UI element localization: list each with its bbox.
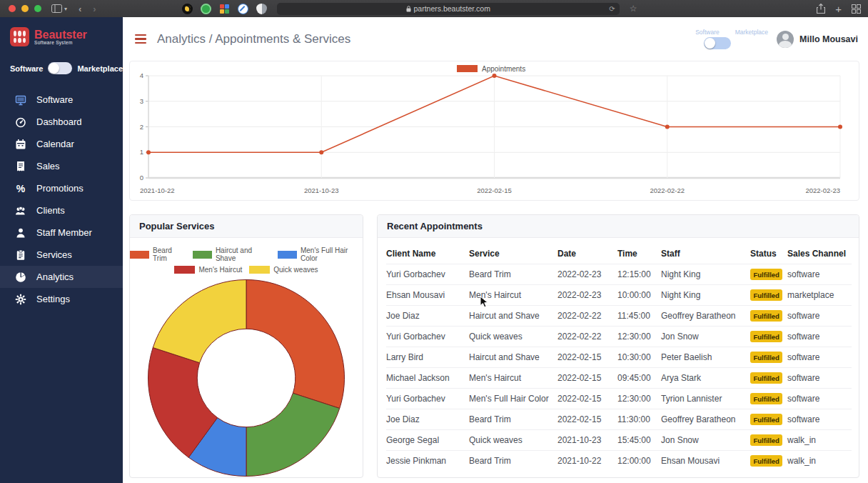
sidebar-item-clients[interactable]: Clients bbox=[0, 199, 123, 221]
status-cell: Fulfilled bbox=[750, 306, 787, 327]
table-row[interactable]: George SegalQuick weaves2021-10-2315:45:… bbox=[386, 430, 852, 451]
hamburger-menu-icon[interactable] bbox=[135, 34, 146, 44]
grid-extension-icon[interactable] bbox=[219, 4, 230, 14]
table-row[interactable]: Ehsan MousaviMen's Haircut2022-02-2310:0… bbox=[386, 285, 852, 306]
dark-mode-extension-icon[interactable] bbox=[182, 4, 193, 14]
channel-cell: software bbox=[787, 306, 852, 327]
date-cell: 2021-10-23 bbox=[557, 430, 617, 451]
table-row[interactable]: Yuri GorbachevMen's Full Hair Color2022-… bbox=[386, 389, 852, 409]
table-row[interactable]: Jessie PinkmanBeard Trim2021-10-2212:00:… bbox=[386, 451, 852, 472]
table-row[interactable]: Larry BirdHaircut and Shave2022-02-1510:… bbox=[386, 347, 852, 368]
column-header-client-name: Client Name bbox=[386, 245, 469, 264]
channel-cell: software bbox=[787, 389, 852, 409]
legend-item-beard-trim: Beard Trim bbox=[130, 247, 186, 262]
bookmark-star-icon[interactable]: ☆ bbox=[630, 4, 637, 14]
status-badge: Fulfilled bbox=[750, 289, 782, 301]
status-badge: Fulfilled bbox=[750, 269, 782, 280]
green-extension-icon[interactable] bbox=[201, 4, 211, 14]
service-cell: Beard Trim bbox=[469, 264, 557, 285]
tab-overview-icon[interactable] bbox=[852, 4, 861, 14]
blue-extension-icon[interactable] bbox=[238, 4, 248, 14]
svg-text:2022-02-15: 2022-02-15 bbox=[477, 186, 512, 194]
sidebar-item-label: Analytics bbox=[36, 272, 74, 282]
zoom-window-button[interactable] bbox=[34, 5, 41, 12]
address-bar[interactable]: partners.beautster.com ⟳ bbox=[277, 3, 620, 15]
staff-cell: Night King bbox=[661, 264, 750, 285]
sidebar-toggle-marketplace-label: Marketplace bbox=[77, 64, 123, 73]
staff-cell: Peter Baelish bbox=[661, 347, 750, 368]
sidebar-nav: SoftwareDashboardCalendarSales%Promotion… bbox=[0, 89, 123, 310]
header-mode-toggle[interactable] bbox=[704, 37, 731, 49]
sidebar-item-settings[interactable]: Settings bbox=[0, 288, 123, 310]
legend-swatch bbox=[130, 251, 149, 259]
date-cell: 2022-02-22 bbox=[557, 327, 617, 347]
table-row[interactable]: Michael JacksonMen's Haircut2022-02-1509… bbox=[386, 368, 852, 389]
appointments-line-chart: Appointments012342021-10-222021-10-23202… bbox=[130, 61, 859, 203]
recent-appointments-title: Recent Appointments bbox=[378, 215, 859, 238]
shield-extension-icon[interactable] bbox=[256, 4, 267, 14]
date-cell: 2022-02-23 bbox=[557, 285, 617, 306]
sidebar-toggle-icon[interactable]: ▾ bbox=[51, 4, 67, 13]
minimize-window-button[interactable] bbox=[21, 5, 29, 12]
sidebar-item-promotions[interactable]: %Promotions bbox=[0, 177, 123, 199]
sidebar-mode-toggle[interactable] bbox=[48, 62, 72, 74]
brand-name: Beautster bbox=[34, 29, 87, 40]
header-toggle-software-label: Software bbox=[695, 29, 720, 36]
status-cell: Fulfilled bbox=[750, 327, 787, 347]
sidebar-item-services[interactable]: Services bbox=[0, 244, 123, 266]
legend-swatch bbox=[193, 251, 212, 259]
sidebar-item-calendar[interactable]: Calendar bbox=[0, 133, 123, 155]
sidebar: Beautster Software System Software Marke… bbox=[0, 17, 123, 483]
brand[interactable]: Beautster Software System bbox=[0, 17, 123, 46]
date-cell: 2022-02-15 bbox=[557, 347, 617, 368]
sidebar-item-sales[interactable]: Sales bbox=[0, 155, 123, 177]
share-icon[interactable] bbox=[817, 4, 825, 14]
new-tab-icon[interactable]: + bbox=[835, 3, 842, 15]
status-cell: Fulfilled bbox=[750, 347, 787, 368]
back-button[interactable]: ‹ bbox=[79, 4, 81, 14]
popular-services-donut-chart bbox=[130, 279, 363, 477]
close-window-button[interactable] bbox=[9, 5, 16, 12]
legend-swatch bbox=[249, 266, 270, 274]
channel-cell: software bbox=[787, 368, 852, 389]
forward-button[interactable]: › bbox=[93, 4, 96, 14]
status-badge: Fulfilled bbox=[750, 352, 782, 363]
channel-cell: software bbox=[787, 409, 852, 430]
client-cell: Ehsan Mousavi bbox=[386, 285, 469, 306]
svg-text:1: 1 bbox=[140, 148, 143, 156]
donut-legend-row: Men's HaircutQuick weaves bbox=[174, 266, 318, 274]
clipboard-icon bbox=[14, 249, 26, 261]
user-menu[interactable]: Millo Mousavi bbox=[777, 31, 858, 48]
table-row[interactable]: Joe DiazHaircut and Shave2022-02-2211:45… bbox=[386, 306, 852, 327]
appointments-line-chart-card: Appointments012342021-10-222021-10-23202… bbox=[129, 61, 859, 201]
sidebar-item-dashboard[interactable]: Dashboard bbox=[0, 111, 123, 133]
column-header-service: Service bbox=[469, 245, 557, 264]
table-row[interactable]: Joe DiazBeard Trim2022-02-1511:30:00Geof… bbox=[386, 409, 852, 430]
svg-text:2021-10-22: 2021-10-22 bbox=[140, 186, 175, 194]
reload-icon[interactable]: ⟳ bbox=[609, 5, 615, 13]
sidebar-item-label: Sales bbox=[36, 161, 60, 171]
popular-services-title: Popular Services bbox=[130, 215, 363, 238]
date-cell: 2021-10-22 bbox=[557, 451, 617, 472]
channel-cell: walk_in bbox=[787, 430, 852, 451]
legend-label: Men's Haircut bbox=[198, 266, 242, 274]
donut-legend-row: Beard TrimHaircut and ShaveMen's Full Ha… bbox=[130, 247, 363, 262]
table-row[interactable]: Yuri GorbachevQuick weaves2022-02-2212:3… bbox=[386, 327, 852, 347]
column-header-date: Date bbox=[557, 245, 617, 264]
status-badge: Fulfilled bbox=[750, 434, 782, 446]
svg-text:4: 4 bbox=[140, 71, 143, 79]
sidebar-item-label: Dashboard bbox=[36, 116, 82, 127]
sidebar-toggle-software-label: Software bbox=[10, 64, 43, 73]
pie-icon bbox=[14, 271, 26, 283]
table-row[interactable]: Yuri GorbachevBeard Trim2022-02-2312:15:… bbox=[386, 264, 852, 285]
sidebar-item-analytics[interactable]: Analytics bbox=[0, 266, 123, 288]
service-cell: Quick weaves bbox=[469, 430, 557, 451]
donut-slice-beard-trim bbox=[246, 280, 345, 409]
toggle-knob bbox=[49, 63, 59, 74]
sidebar-item-software[interactable]: Software bbox=[0, 89, 123, 111]
svg-text:2021-10-23: 2021-10-23 bbox=[304, 186, 339, 194]
time-cell: 12:00:00 bbox=[617, 451, 661, 472]
column-header-time: Time bbox=[617, 245, 661, 264]
client-cell: Yuri Gorbachev bbox=[386, 389, 469, 409]
sidebar-item-staff-member[interactable]: Staff Member bbox=[0, 221, 123, 244]
